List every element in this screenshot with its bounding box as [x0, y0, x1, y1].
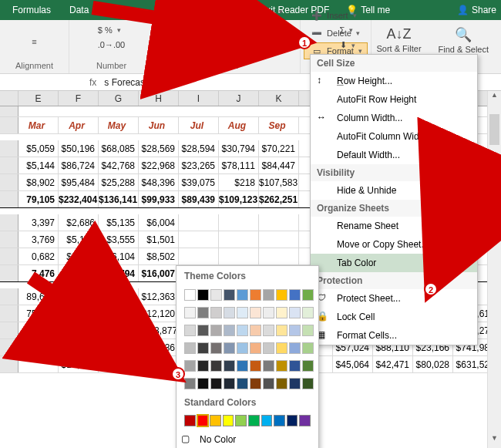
color-swatch[interactable]	[302, 360, 314, 372]
color-swatch[interactable]	[197, 360, 209, 372]
color-swatch[interactable]	[224, 289, 235, 301]
color-swatch[interactable]	[237, 289, 248, 301]
color-swatch[interactable]	[261, 415, 273, 426]
color-swatch[interactable]	[302, 378, 314, 389]
menu-format-cells[interactable]: ▦Format Cells...	[311, 326, 477, 345]
scroll-thumb[interactable]	[489, 114, 499, 145]
color-swatch[interactable]	[184, 378, 196, 389]
color-swatch[interactable]	[248, 415, 260, 426]
color-swatch[interactable]	[184, 325, 196, 336]
color-swatch[interactable]	[289, 307, 301, 318]
autosum-button[interactable]: Σ	[335, 23, 359, 37]
scroll-down-icon[interactable]: ▼	[488, 434, 501, 448]
no-color-option[interactable]: ▢No Color	[177, 431, 318, 448]
select-all-corner[interactable]	[0, 91, 18, 106]
fx-icon[interactable]: fx	[89, 77, 96, 88]
color-swatch[interactable]	[263, 325, 274, 336]
menu-move-copy[interactable]: Move or Copy Sheet...	[311, 235, 477, 254]
conditional-formatting-button[interactable]: ▦Conditional Formatting	[166, 2, 288, 21]
fill-button[interactable]: ⬇	[335, 38, 361, 52]
share-button[interactable]: 👤Share	[457, 5, 496, 15]
tab-review[interactable]: Review	[98, 2, 146, 19]
find-select-button[interactable]: 🔍 Find & Select	[434, 23, 493, 57]
color-swatch[interactable]	[276, 378, 287, 389]
color-swatch[interactable]	[250, 342, 261, 354]
color-swatch[interactable]	[302, 307, 314, 318]
color-swatch[interactable]	[235, 415, 247, 426]
menu-autofit-row[interactable]: AutoFit Row Height	[311, 90, 477, 109]
color-swatch[interactable]	[276, 325, 287, 336]
color-swatch[interactable]	[302, 325, 314, 336]
color-swatch[interactable]	[210, 307, 222, 318]
menu-column-width[interactable]: ↔Column Width...	[311, 109, 477, 127]
color-swatch[interactable]	[184, 342, 196, 354]
col-header[interactable]: I	[179, 91, 219, 106]
color-swatch[interactable]	[184, 307, 196, 318]
color-swatch[interactable]	[237, 325, 248, 336]
col-header[interactable]: E	[18, 91, 59, 106]
color-swatch[interactable]	[197, 307, 209, 318]
color-swatch[interactable]	[184, 360, 196, 372]
color-swatch[interactable]	[223, 415, 234, 426]
menu-default-width[interactable]: Default Width...	[311, 146, 477, 164]
sort-filter-button[interactable]: A↓Z Sort & Filter	[372, 23, 426, 56]
color-swatch[interactable]	[210, 415, 221, 426]
number-format-dropdown[interactable]: $ %	[92, 23, 126, 37]
menu-protect-sheet[interactable]: 🛡Protect Sheet...	[311, 289, 477, 308]
color-swatch[interactable]	[237, 342, 248, 354]
color-swatch[interactable]	[250, 325, 261, 336]
color-swatch[interactable]	[210, 378, 222, 389]
color-swatch[interactable]	[210, 360, 222, 372]
tab-formulas[interactable]: Formulas	[3, 2, 60, 19]
col-header[interactable]: F	[59, 91, 99, 106]
color-swatch[interactable]	[250, 289, 261, 301]
color-swatch[interactable]	[289, 325, 301, 336]
color-swatch[interactable]	[250, 307, 261, 318]
menu-autofit-column[interactable]: AutoFit Column Width	[311, 127, 477, 146]
tab-data[interactable]: Data	[60, 2, 98, 19]
color-swatch[interactable]	[197, 289, 209, 301]
color-swatch[interactable]	[289, 378, 301, 389]
color-swatch[interactable]	[302, 342, 314, 354]
col-header[interactable]: H	[139, 91, 179, 106]
color-swatch[interactable]	[210, 342, 222, 354]
color-swatch[interactable]	[224, 342, 235, 354]
color-swatch[interactable]	[197, 342, 209, 354]
color-swatch[interactable]	[276, 307, 287, 318]
increase-decimal[interactable]: .0→.00	[92, 38, 130, 52]
color-swatch[interactable]	[274, 415, 285, 426]
menu-tab-color[interactable]: Tab Color▶	[311, 254, 477, 272]
color-swatch[interactable]	[224, 307, 235, 318]
color-swatch[interactable]	[210, 325, 222, 336]
col-header[interactable]: J	[219, 91, 259, 106]
menu-row-height[interactable]: ↕Row Row Height...Height...	[311, 72, 477, 90]
col-header[interactable]: G	[99, 91, 139, 106]
color-swatch[interactable]	[237, 307, 248, 318]
format-as-table-button[interactable]: ▤Format as Table	[166, 22, 264, 40]
color-swatch[interactable]	[237, 360, 248, 372]
color-swatch[interactable]	[276, 289, 287, 301]
color-swatch[interactable]	[224, 378, 235, 389]
color-swatch[interactable]	[184, 289, 196, 301]
color-swatch[interactable]	[224, 360, 235, 372]
color-swatch[interactable]	[237, 378, 248, 389]
color-swatch[interactable]	[287, 415, 298, 426]
color-swatch[interactable]	[197, 325, 209, 336]
color-swatch[interactable]	[263, 378, 274, 389]
scroll-up-icon[interactable]: ▲	[488, 91, 501, 105]
color-swatch[interactable]	[263, 307, 274, 318]
color-swatch[interactable]	[263, 360, 274, 372]
color-swatch[interactable]	[276, 342, 287, 354]
color-swatch[interactable]	[263, 342, 274, 354]
color-swatch[interactable]	[184, 415, 196, 426]
menu-lock-cell[interactable]: 🔒Lock Cell	[311, 308, 477, 326]
color-swatch[interactable]	[302, 289, 314, 301]
color-swatch[interactable]	[197, 415, 209, 426]
formula-content[interactable]: s Forecast	[104, 77, 147, 88]
color-swatch[interactable]	[197, 378, 209, 389]
color-swatch[interactable]	[263, 289, 274, 301]
color-swatch[interactable]	[250, 378, 261, 389]
color-swatch[interactable]	[289, 360, 301, 372]
menu-hide-unhide[interactable]: Hide & Unhide▶	[311, 181, 477, 200]
color-swatch[interactable]	[250, 360, 261, 372]
